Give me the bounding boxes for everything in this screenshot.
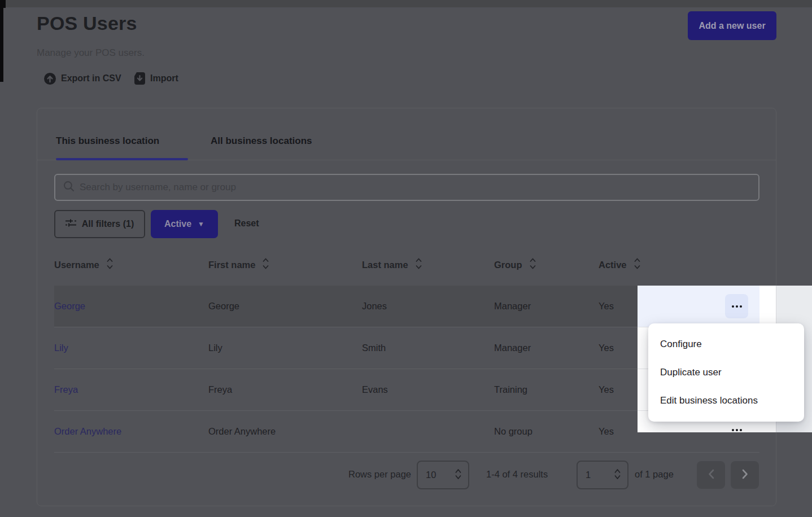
results-count: 1-4 of 4 results bbox=[486, 469, 548, 480]
active-tab-underline bbox=[56, 158, 188, 160]
group-cell: Manager bbox=[494, 327, 531, 369]
row-actions-button[interactable] bbox=[725, 294, 748, 318]
row-actions-button[interactable] bbox=[727, 427, 747, 432]
menu-item-configure[interactable]: Configure bbox=[648, 330, 804, 358]
reset-filters-button[interactable]: Reset bbox=[234, 218, 259, 229]
column-label: Username bbox=[54, 260, 99, 270]
page-number-stepper[interactable]: 1 bbox=[577, 461, 628, 489]
add-new-user-label: Add a new user bbox=[699, 21, 765, 31]
sort-icon bbox=[634, 258, 640, 271]
search-box[interactable] bbox=[54, 174, 759, 201]
last-name-cell: Evans bbox=[362, 369, 388, 410]
tab-all-business-locations[interactable]: All business locations bbox=[211, 135, 312, 150]
next-page-button[interactable] bbox=[731, 461, 759, 489]
caret-down-icon: ▼ bbox=[198, 221, 204, 227]
all-filters-label: All filters (1) bbox=[82, 219, 134, 229]
column-header-last-name[interactable]: Last name bbox=[362, 257, 422, 273]
username-link[interactable]: Freya bbox=[54, 369, 78, 410]
username-link[interactable]: Order Anywhere bbox=[54, 411, 121, 452]
page-title: POS Users bbox=[37, 12, 137, 34]
active-cell: Yes bbox=[599, 411, 614, 452]
page-subtitle: Manage your POS users. bbox=[37, 47, 145, 59]
import-button[interactable]: Import bbox=[134, 72, 178, 85]
left-edge-strip bbox=[0, 0, 3, 82]
group-cell: Manager bbox=[494, 286, 531, 327]
stepper-icon bbox=[455, 468, 461, 483]
first-name-cell: Freya bbox=[208, 369, 232, 410]
sort-icon bbox=[107, 258, 113, 271]
all-filters-button[interactable]: All filters (1) bbox=[54, 210, 145, 238]
last-name-cell: Smith bbox=[362, 327, 386, 369]
group-cell: Training bbox=[494, 369, 527, 410]
last-name-cell: Jones bbox=[362, 286, 387, 327]
first-name-cell: George bbox=[208, 286, 239, 327]
active-cell: Yes bbox=[599, 327, 614, 369]
active-filter-label: Active bbox=[164, 219, 191, 229]
column-label: Group bbox=[494, 260, 522, 270]
import-label: Import bbox=[150, 73, 178, 84]
active-filter-button[interactable]: Active ▼ bbox=[151, 210, 218, 238]
active-cell: Yes bbox=[599, 369, 614, 410]
corner-strip bbox=[0, 0, 6, 8]
chevron-right-icon bbox=[742, 469, 748, 481]
search-icon bbox=[63, 181, 75, 194]
column-header-active[interactable]: Active bbox=[599, 257, 640, 273]
pos-users-screen: POS Users Manage your POS users. Export … bbox=[0, 0, 812, 517]
sort-icon bbox=[416, 258, 422, 271]
stepper-icon bbox=[614, 468, 621, 483]
menu-item-duplicate-user[interactable]: Duplicate user bbox=[648, 358, 804, 387]
menu-item-edit-business-locations[interactable]: Edit business locations bbox=[648, 387, 804, 415]
rows-per-page-stepper[interactable]: 10 bbox=[417, 461, 469, 489]
top-window-strip bbox=[0, 0, 812, 7]
export-csv-label: Export in CSV bbox=[61, 73, 121, 84]
rows-per-page-value: 10 bbox=[426, 470, 436, 480]
username-link[interactable]: George bbox=[54, 286, 85, 327]
add-new-user-button[interactable]: Add a new user bbox=[688, 11, 776, 40]
sort-icon bbox=[263, 258, 269, 271]
sort-icon bbox=[530, 258, 536, 271]
export-icon bbox=[44, 73, 56, 85]
first-name-cell: Order Anywhere bbox=[208, 411, 276, 452]
page-number-value: 1 bbox=[586, 470, 591, 480]
ellipsis-icon bbox=[732, 429, 734, 431]
group-cell: No group bbox=[494, 411, 532, 452]
filters-icon bbox=[66, 218, 76, 230]
column-label: Active bbox=[599, 260, 627, 270]
active-cell: Yes bbox=[599, 286, 614, 327]
column-label: First name bbox=[208, 260, 255, 270]
search-input[interactable] bbox=[80, 182, 750, 193]
chevron-left-icon bbox=[708, 469, 714, 481]
row-actions-menu: Configure Duplicate user Edit business l… bbox=[648, 323, 804, 422]
ellipsis-icon bbox=[732, 305, 734, 308]
export-csv-button[interactable]: Export in CSV bbox=[44, 72, 121, 85]
previous-page-button[interactable] bbox=[697, 461, 725, 489]
username-link[interactable]: Lily bbox=[54, 327, 68, 369]
column-label: Last name bbox=[362, 260, 408, 270]
page-total-label: of 1 page bbox=[635, 469, 674, 480]
first-name-cell: Lily bbox=[208, 327, 222, 369]
column-header-username[interactable]: Username bbox=[54, 257, 113, 273]
column-header-first-name[interactable]: First name bbox=[208, 257, 269, 273]
tab-this-business-location[interactable]: This business location bbox=[56, 135, 159, 150]
column-header-group[interactable]: Group bbox=[494, 257, 536, 273]
spotlight-region: Configure Duplicate user Edit business l… bbox=[638, 286, 812, 432]
rows-per-page-label: Rows per page bbox=[340, 469, 411, 480]
import-icon bbox=[134, 72, 145, 85]
